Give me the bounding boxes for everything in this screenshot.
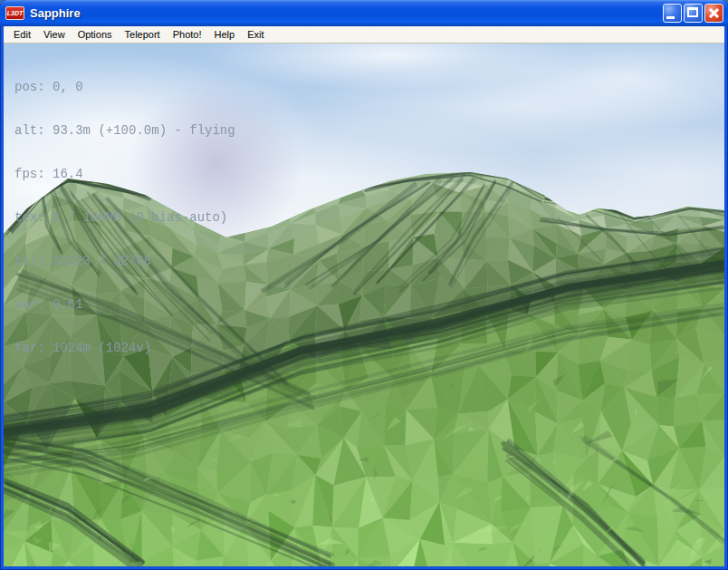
- maximize-button[interactable]: [684, 4, 703, 23]
- app-window: L3DT Sapphire Edit View Options Teleport…: [0, 0, 728, 570]
- minimize-button[interactable]: [663, 4, 682, 23]
- hud-line-tri: tri: 31223 / 32768: [14, 254, 235, 268]
- menu-exit[interactable]: Exit: [241, 27, 270, 42]
- hud-line-tex: tex: 1 / 100MB (0 bias-auto): [14, 210, 235, 225]
- close-button[interactable]: [704, 4, 723, 23]
- menu-help[interactable]: Help: [208, 27, 242, 42]
- viewport-3d: pos: 0, 0 alt: 93.3m (+100.0m) - flying …: [4, 43, 724, 566]
- l3dt-app-icon: L3DT: [5, 6, 24, 20]
- maximize-icon: [687, 7, 698, 17]
- menu-bar: Edit View Options Teleport Photo! Help E…: [4, 26, 724, 43]
- hud-line-alt: alt: 93.3m (+100.0m) - flying: [14, 123, 235, 138]
- window-controls: [663, 4, 723, 23]
- hud-line-fps: fps: 16.4: [14, 167, 235, 181]
- minimize-icon: [666, 16, 675, 19]
- menu-edit[interactable]: Edit: [7, 27, 37, 42]
- menu-photo[interactable]: Photo!: [167, 27, 208, 42]
- window-title: Sapphire: [30, 6, 663, 20]
- menu-options[interactable]: Options: [72, 27, 119, 42]
- hud-line-far: far: 1024m (1024v): [14, 341, 235, 355]
- hud-line-var: var: 0.61: [14, 297, 235, 312]
- hud-overlay: pos: 0, 0 alt: 93.3m (+100.0m) - flying …: [14, 51, 235, 384]
- hud-line-pos: pos: 0, 0: [14, 80, 235, 94]
- menu-teleport[interactable]: Teleport: [119, 27, 167, 42]
- menu-view[interactable]: View: [37, 27, 72, 42]
- titlebar[interactable]: L3DT Sapphire: [0, 0, 728, 26]
- app-icon-label: L3DT: [7, 10, 24, 16]
